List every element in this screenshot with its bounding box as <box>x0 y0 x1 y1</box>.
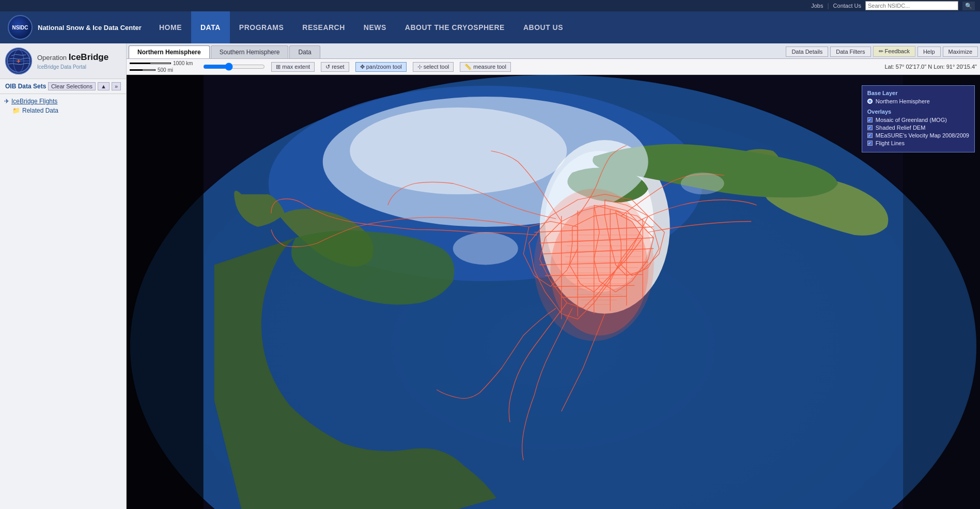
jobs-link[interactable]: Jobs <box>811 3 823 9</box>
nav-home[interactable]: HOME <box>150 11 191 43</box>
overlays-title: Overlays <box>867 109 969 115</box>
pencil-icon: ✏ <box>879 48 885 54</box>
datasets-header: OIB Data Sets Clear Selections ▲ » <box>0 79 126 94</box>
scale-line-km <box>130 63 171 64</box>
map-visualization <box>127 75 980 509</box>
overlay-mog-checkbox[interactable]: ✓ <box>867 117 873 122</box>
nsidc-logo: NSIDC <box>8 15 33 40</box>
search-input[interactable] <box>865 1 958 10</box>
zoom-slider[interactable] <box>203 63 265 71</box>
zoom-slider-area <box>203 63 265 71</box>
map-toolbar: 1000 km 500 mi ⊞ max extent ↺ reset ✥ p <box>127 59 980 75</box>
collapse-button[interactable]: ▲ <box>98 82 110 90</box>
overlay-shaded-dem-label: Shaded Relief DEM <box>876 125 926 131</box>
overlay-measures-label: MEaSURE's Velocity Map 2008/2009 <box>876 132 969 138</box>
sidebar-header: ✈ Operation IceBridge IceBridge Data Por… <box>0 43 126 79</box>
nav-about-cryosphere[interactable]: ABOUT THE CRYOSPHERE <box>396 11 514 43</box>
portal-label: IceBridge Data Portal <box>37 64 108 70</box>
sidebar: ✈ Operation IceBridge IceBridge Data Por… <box>0 43 127 509</box>
base-layer-option-row: Northern Hemisphere <box>867 98 969 104</box>
overlay-shaded-dem-checkbox[interactable]: ✓ <box>867 125 873 130</box>
legend-panel: Base Layer Northern Hemisphere Overlays … <box>862 85 975 152</box>
scale-mi-label: 500 mi <box>158 67 173 73</box>
select-icon: ⊹ <box>417 64 422 70</box>
overlay-measures-checkbox[interactable]: ✓ <box>867 133 873 138</box>
tab-right-buttons: Data Details Data Filters ✏ Feedback Hel… <box>786 46 978 58</box>
nav-news[interactable]: NEWS <box>354 11 396 43</box>
tab-data[interactable]: Data <box>289 45 320 58</box>
data-filters-button[interactable]: Data Filters <box>830 47 870 57</box>
feedback-button[interactable]: ✏ Feedback <box>873 46 915 57</box>
scale-mi-row: 500 mi <box>130 67 193 73</box>
svg-text:✈: ✈ <box>17 59 21 64</box>
org-name-area: National Snow & Ice Data Center <box>38 24 142 32</box>
plane-icon: ✈ <box>4 98 9 105</box>
separator: | <box>827 2 829 9</box>
pan-icon: ✥ <box>360 64 365 70</box>
overlay-flight-lines-checkbox[interactable]: ✓ <box>867 141 873 146</box>
app-area: ✈ Operation IceBridge IceBridge Data Por… <box>0 43 980 509</box>
scale-bar: 1000 km 500 mi <box>130 60 193 73</box>
scale-km-row: 1000 km <box>130 60 193 66</box>
max-extent-button[interactable]: ⊞ max extent <box>271 62 315 72</box>
expand-button[interactable]: » <box>112 82 121 90</box>
main-navigation: NSIDC National Snow & Ice Data Center HO… <box>0 11 980 43</box>
sidebar-logo: ✈ <box>5 48 32 74</box>
svg-point-43 <box>453 233 518 265</box>
search-button[interactable]: 🔍 <box>962 2 975 10</box>
tab-southern-hemisphere[interactable]: Southern Hemisphere <box>211 45 289 58</box>
maximize-button[interactable]: Maximize <box>943 47 978 57</box>
datasets-title[interactable]: OIB Data Sets <box>5 83 46 90</box>
nav-data[interactable]: DATA <box>191 11 230 43</box>
tree-item-icebridge-flights[interactable]: ✈ IceBridge Flights <box>4 97 122 106</box>
help-button[interactable]: Help <box>917 47 941 57</box>
logo-area: NSIDC National Snow & Ice Data Center <box>0 15 150 40</box>
overlay-mog-label: Mosaic of Greenland (MOG) <box>876 117 947 123</box>
contact-link[interactable]: Contact Us <box>833 3 861 9</box>
scale-line-mi <box>130 69 155 71</box>
measure-icon: 📏 <box>464 64 472 70</box>
tab-bar: Northern Hemisphere Southern Hemisphere … <box>127 43 980 59</box>
overlay-measures-row: ✓ MEaSURE's Velocity Map 2008/2009 <box>867 132 969 138</box>
measure-tool-button[interactable]: 📏 measure tool <box>460 62 511 72</box>
map-canvas[interactable]: Base Layer Northern Hemisphere Overlays … <box>127 75 980 509</box>
scale-km-label: 1000 km <box>173 60 193 66</box>
reset-icon: ↺ <box>325 64 330 70</box>
base-layer-option-label: Northern Hemisphere <box>876 98 930 104</box>
tab-northern-hemisphere[interactable]: Northern Hemisphere <box>129 45 210 58</box>
folder-icon: 📁 <box>12 107 20 114</box>
tree-area: ✈ IceBridge Flights 📁 Related Data <box>0 94 126 118</box>
reset-button[interactable]: ↺ reset <box>321 62 349 72</box>
related-data-label[interactable]: Related Data <box>22 107 58 114</box>
operation-label: Operation IceBridge <box>37 52 108 63</box>
data-details-button[interactable]: Data Details <box>786 47 828 57</box>
svg-point-44 <box>681 173 724 194</box>
overlay-mog-row: ✓ Mosaic of Greenland (MOG) <box>867 117 969 123</box>
svg-point-28 <box>534 189 654 341</box>
nav-research[interactable]: RESEARCH <box>293 11 354 43</box>
pan-zoom-button[interactable]: ✥ pan/zoom tool <box>355 62 407 72</box>
overlay-shaded-dem-row: ✓ Shaded Relief DEM <box>867 125 969 131</box>
org-title: National Snow & Ice Data Center <box>38 24 142 32</box>
sidebar-title: Operation IceBridge IceBridge Data Porta… <box>37 52 108 70</box>
overlay-flight-lines-row: ✓ Flight Lines <box>867 140 969 146</box>
datasets-controls: Clear Selections ▲ » <box>48 82 121 90</box>
top-utility-bar: Jobs | Contact Us 🔍 <box>0 0 980 11</box>
nav-programs[interactable]: PROGRAMS <box>230 11 293 43</box>
overlay-flight-lines-label: Flight Lines <box>876 140 905 146</box>
nav-about-us[interactable]: ABOUT US <box>514 11 572 43</box>
base-layer-title: Base Layer <box>867 90 969 96</box>
map-area: Northern Hemisphere Southern Hemisphere … <box>127 43 980 509</box>
tree-item-related-data[interactable]: 📁 Related Data <box>4 106 122 115</box>
clear-selections-button[interactable]: Clear Selections <box>48 82 96 90</box>
max-extent-icon: ⊞ <box>276 64 281 70</box>
select-tool-button[interactable]: ⊹ select tool <box>413 62 454 72</box>
base-layer-radio[interactable] <box>867 99 873 104</box>
icebridge-flights-label[interactable]: IceBridge Flights <box>11 98 57 105</box>
coordinates-display: Lat: 57° 02'17.0" N Lon: 91° 20'15.4" <box>884 64 977 70</box>
globe-icon: ✈ <box>6 49 31 73</box>
nav-items: HOME DATA PROGRAMS RESEARCH NEWS ABOUT T… <box>150 11 572 43</box>
